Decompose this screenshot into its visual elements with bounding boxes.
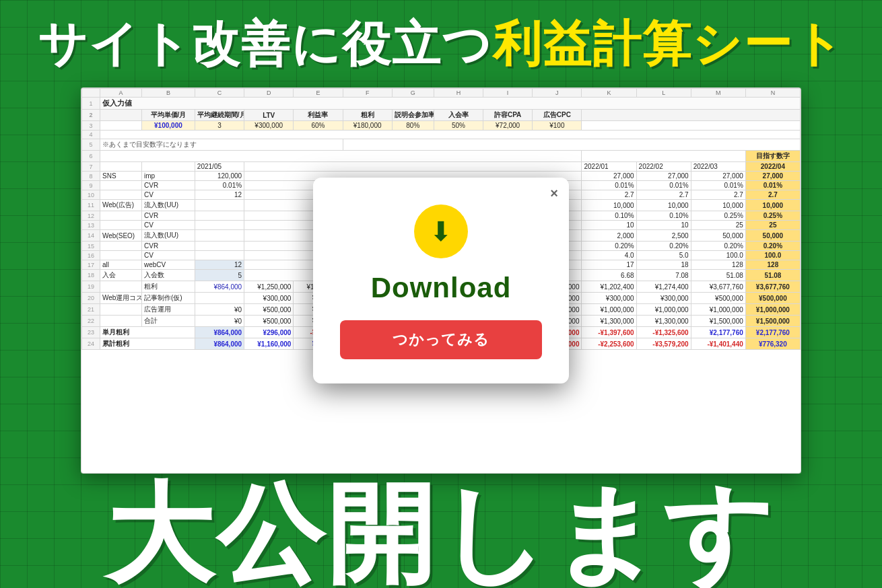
bottom-heading: 大公開します (0, 480, 882, 588)
modal-title: Download (340, 272, 542, 304)
download-modal: × ⬇ Download つかってみる (313, 178, 569, 383)
try-button[interactable]: つかってみる (340, 320, 542, 359)
download-icon-circle: ⬇ (414, 205, 468, 258)
heading-prefix: サイト改善に役立つ (38, 17, 493, 71)
heading-highlight: 利益計算シート (493, 17, 844, 71)
top-heading: サイト改善に役立つ利益計算シート (0, 12, 882, 77)
modal-overlay: × ⬇ Download つかってみる (81, 87, 801, 474)
close-button[interactable]: × (550, 186, 558, 201)
page-content: サイト改善に役立つ利益計算シート A B C D E F G H I (0, 0, 882, 588)
download-arrow-icon: ⬇ (430, 218, 452, 245)
